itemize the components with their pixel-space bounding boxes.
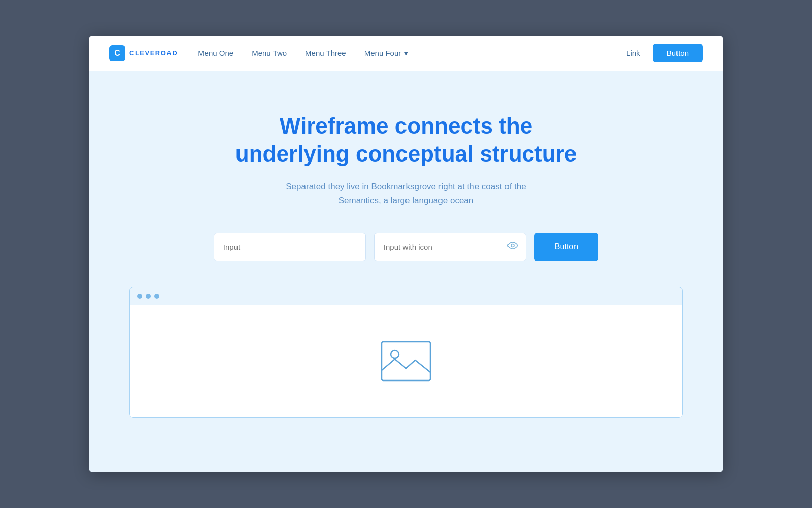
nav-menu-four: Menu Four: [364, 49, 401, 57]
nav-menu-four-wrapper[interactable]: Menu Four ▼: [364, 49, 409, 57]
cta-button[interactable]: Button: [534, 233, 598, 261]
nav-menu-three[interactable]: Menu Three: [305, 49, 346, 57]
plain-input[interactable]: [214, 233, 366, 261]
logo-area: C CLEVEROAD: [109, 45, 178, 61]
nav-menu-two[interactable]: Menu Two: [252, 49, 287, 57]
logo-icon: C: [109, 45, 125, 61]
logo-letter: C: [114, 49, 120, 58]
nav-links: Menu One Menu Two Menu Three Menu Four ▼: [198, 49, 626, 57]
chevron-down-icon: ▼: [403, 50, 409, 57]
preview-titlebar: [130, 287, 682, 305]
logo-text: CLEVEROAD: [129, 49, 178, 57]
hero-section: Wireframe connects the underlying concep…: [89, 71, 723, 448]
input-with-icon-wrapper: [374, 233, 526, 261]
titlebar-dot-3: [154, 294, 159, 299]
preview-frame: [129, 287, 683, 418]
svg-rect-1: [382, 342, 430, 380]
preview-content: [130, 305, 682, 417]
nav-right: Link Button: [626, 44, 703, 62]
browser-window: C CLEVEROAD Menu One Menu Two Menu Three…: [89, 36, 723, 472]
icon-input[interactable]: [374, 233, 526, 261]
image-placeholder-icon: [381, 341, 431, 382]
navbar: C CLEVEROAD Menu One Menu Two Menu Three…: [89, 36, 723, 71]
titlebar-dot-2: [146, 294, 151, 299]
titlebar-dot-1: [137, 294, 142, 299]
svg-point-2: [391, 350, 399, 358]
nav-menu-one[interactable]: Menu One: [198, 49, 233, 57]
hero-subtitle: Separated they live in Bookmarksgrove ri…: [266, 180, 546, 207]
nav-link-text[interactable]: Link: [626, 49, 640, 57]
hero-title: Wireframe connects the underlying concep…: [228, 112, 584, 168]
nav-button[interactable]: Button: [653, 44, 703, 62]
input-row: Button: [109, 233, 703, 261]
